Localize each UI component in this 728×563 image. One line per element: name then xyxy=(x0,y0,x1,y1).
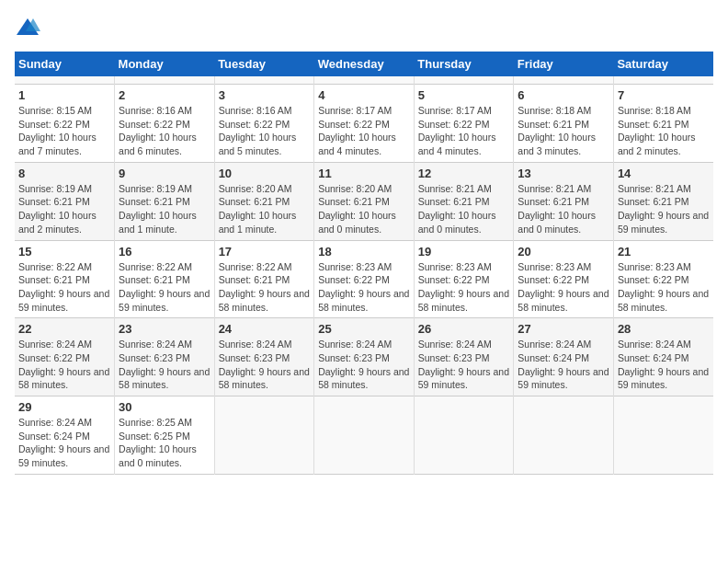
day-info: Sunrise: 8:24 AMSunset: 6:23 PMDaylight:… xyxy=(219,338,311,392)
day-info: Sunrise: 8:21 AMSunset: 6:21 PMDaylight:… xyxy=(518,182,609,236)
day-number: 30 xyxy=(119,400,210,414)
header-row: SundayMondayTuesdayWednesdayThursdayFrid… xyxy=(15,52,713,76)
day-info: Sunrise: 8:24 AMSunset: 6:24 PMDaylight:… xyxy=(18,416,110,470)
week-row-3: 15Sunrise: 8:22 AMSunset: 6:21 PMDayligh… xyxy=(15,240,713,318)
day-cell-13: 13Sunrise: 8:21 AMSunset: 6:21 PMDayligh… xyxy=(514,162,614,240)
day-cell-19: 19Sunrise: 8:23 AMSunset: 6:22 PMDayligh… xyxy=(414,240,514,318)
day-info: Sunrise: 8:16 AMSunset: 6:22 PMDaylight:… xyxy=(219,104,311,158)
day-number: 12 xyxy=(418,167,510,180)
header-wednesday: Wednesday xyxy=(314,52,415,76)
header-friday: Friday xyxy=(514,52,614,76)
day-cell-24: 24Sunrise: 8:24 AMSunset: 6:23 PMDayligh… xyxy=(214,318,314,396)
day-info: Sunrise: 8:18 AMSunset: 6:21 PMDaylight:… xyxy=(618,104,710,158)
day-number: 28 xyxy=(618,322,710,336)
day-info: Sunrise: 8:24 AMSunset: 6:23 PMDaylight:… xyxy=(418,338,510,392)
empty-cell xyxy=(514,76,614,85)
day-number: 6 xyxy=(518,88,609,102)
day-number: 5 xyxy=(418,88,510,102)
logo xyxy=(15,15,44,40)
header-sunday: Sunday xyxy=(15,52,115,76)
day-cell-10: 10Sunrise: 8:20 AMSunset: 6:21 PMDayligh… xyxy=(214,162,314,240)
day-number: 13 xyxy=(518,167,609,180)
day-cell-22: 22Sunrise: 8:24 AMSunset: 6:22 PMDayligh… xyxy=(15,318,115,396)
day-info: Sunrise: 8:21 AMSunset: 6:21 PMDaylight:… xyxy=(418,182,510,236)
empty-cell xyxy=(613,396,713,475)
day-number: 22 xyxy=(18,322,110,336)
header-thursday: Thursday xyxy=(414,52,514,76)
day-cell-30: 30Sunrise: 8:25 AMSunset: 6:25 PMDayligh… xyxy=(115,396,215,475)
day-cell-27: 27Sunrise: 8:24 AMSunset: 6:24 PMDayligh… xyxy=(514,318,614,396)
calendar-header: SundayMondayTuesdayWednesdayThursdayFrid… xyxy=(15,52,713,76)
week-row-0 xyxy=(15,76,713,85)
day-info: Sunrise: 8:20 AMSunset: 6:21 PMDaylight:… xyxy=(219,182,311,236)
day-number: 8 xyxy=(18,167,110,180)
day-info: Sunrise: 8:24 AMSunset: 6:22 PMDaylight:… xyxy=(18,338,110,392)
week-row-5: 29Sunrise: 8:24 AMSunset: 6:24 PMDayligh… xyxy=(15,396,713,475)
day-cell-6: 6Sunrise: 8:18 AMSunset: 6:21 PMDaylight… xyxy=(514,85,614,163)
logo-icon xyxy=(15,15,40,40)
day-cell-12: 12Sunrise: 8:21 AMSunset: 6:21 PMDayligh… xyxy=(414,162,514,240)
day-cell-7: 7Sunrise: 8:18 AMSunset: 6:21 PMDaylight… xyxy=(613,85,713,163)
day-cell-17: 17Sunrise: 8:22 AMSunset: 6:21 PMDayligh… xyxy=(214,240,314,318)
empty-cell xyxy=(314,396,415,475)
day-cell-28: 28Sunrise: 8:24 AMSunset: 6:24 PMDayligh… xyxy=(613,318,713,396)
day-number: 25 xyxy=(318,322,410,336)
day-info: Sunrise: 8:17 AMSunset: 6:22 PMDaylight:… xyxy=(418,104,510,158)
day-cell-9: 9Sunrise: 8:19 AMSunset: 6:21 PMDaylight… xyxy=(115,162,215,240)
day-number: 3 xyxy=(219,88,311,102)
day-number: 14 xyxy=(618,167,710,180)
empty-cell xyxy=(214,76,314,85)
day-cell-8: 8Sunrise: 8:19 AMSunset: 6:21 PMDaylight… xyxy=(15,162,115,240)
day-cell-3: 3Sunrise: 8:16 AMSunset: 6:22 PMDaylight… xyxy=(214,85,314,163)
day-cell-29: 29Sunrise: 8:24 AMSunset: 6:24 PMDayligh… xyxy=(15,396,115,475)
header-monday: Monday xyxy=(115,52,215,76)
day-number: 7 xyxy=(618,88,710,102)
empty-cell xyxy=(214,396,314,475)
week-row-2: 8Sunrise: 8:19 AMSunset: 6:21 PMDaylight… xyxy=(15,162,713,240)
day-number: 4 xyxy=(318,88,410,102)
day-number: 24 xyxy=(219,322,311,336)
empty-cell xyxy=(15,76,115,85)
day-number: 29 xyxy=(18,400,110,414)
day-number: 17 xyxy=(219,245,311,259)
day-info: Sunrise: 8:18 AMSunset: 6:21 PMDaylight:… xyxy=(518,104,609,158)
day-info: Sunrise: 8:25 AMSunset: 6:25 PMDaylight:… xyxy=(119,416,210,470)
day-cell-18: 18Sunrise: 8:23 AMSunset: 6:22 PMDayligh… xyxy=(314,240,415,318)
header-tuesday: Tuesday xyxy=(214,52,314,76)
day-info: Sunrise: 8:24 AMSunset: 6:24 PMDaylight:… xyxy=(618,338,710,392)
day-info: Sunrise: 8:16 AMSunset: 6:22 PMDaylight:… xyxy=(119,104,210,158)
day-number: 27 xyxy=(518,322,609,336)
day-number: 23 xyxy=(119,322,210,336)
day-cell-16: 16Sunrise: 8:22 AMSunset: 6:21 PMDayligh… xyxy=(115,240,215,318)
day-cell-11: 11Sunrise: 8:20 AMSunset: 6:21 PMDayligh… xyxy=(314,162,415,240)
page-header xyxy=(15,15,713,40)
day-number: 10 xyxy=(219,167,311,180)
empty-cell xyxy=(115,76,215,85)
calendar-table: SundayMondayTuesdayWednesdayThursdayFrid… xyxy=(15,52,713,475)
day-info: Sunrise: 8:17 AMSunset: 6:22 PMDaylight:… xyxy=(318,104,410,158)
day-number: 21 xyxy=(618,245,710,259)
day-cell-1: 1Sunrise: 8:15 AMSunset: 6:22 PMDaylight… xyxy=(15,85,115,163)
day-cell-23: 23Sunrise: 8:24 AMSunset: 6:23 PMDayligh… xyxy=(115,318,215,396)
day-info: Sunrise: 8:19 AMSunset: 6:21 PMDaylight:… xyxy=(119,182,210,236)
calendar-body: 1Sunrise: 8:15 AMSunset: 6:22 PMDaylight… xyxy=(15,76,713,474)
day-info: Sunrise: 8:24 AMSunset: 6:24 PMDaylight:… xyxy=(518,338,609,392)
day-info: Sunrise: 8:15 AMSunset: 6:22 PMDaylight:… xyxy=(18,104,110,158)
day-cell-5: 5Sunrise: 8:17 AMSunset: 6:22 PMDaylight… xyxy=(414,85,514,163)
empty-cell xyxy=(314,76,415,85)
day-info: Sunrise: 8:19 AMSunset: 6:21 PMDaylight:… xyxy=(18,182,110,236)
day-info: Sunrise: 8:24 AMSunset: 6:23 PMDaylight:… xyxy=(119,338,210,392)
empty-cell xyxy=(414,396,514,475)
day-cell-20: 20Sunrise: 8:23 AMSunset: 6:22 PMDayligh… xyxy=(514,240,614,318)
day-info: Sunrise: 8:21 AMSunset: 6:21 PMDaylight:… xyxy=(618,182,710,236)
day-info: Sunrise: 8:23 AMSunset: 6:22 PMDaylight:… xyxy=(318,260,410,315)
day-cell-2: 2Sunrise: 8:16 AMSunset: 6:22 PMDaylight… xyxy=(115,85,215,163)
day-number: 18 xyxy=(318,245,410,259)
day-cell-26: 26Sunrise: 8:24 AMSunset: 6:23 PMDayligh… xyxy=(414,318,514,396)
day-number: 15 xyxy=(18,245,110,259)
day-number: 2 xyxy=(119,88,210,102)
day-info: Sunrise: 8:22 AMSunset: 6:21 PMDaylight:… xyxy=(18,260,110,315)
day-cell-25: 25Sunrise: 8:24 AMSunset: 6:23 PMDayligh… xyxy=(314,318,415,396)
day-info: Sunrise: 8:23 AMSunset: 6:22 PMDaylight:… xyxy=(418,260,510,315)
day-number: 1 xyxy=(18,88,110,102)
